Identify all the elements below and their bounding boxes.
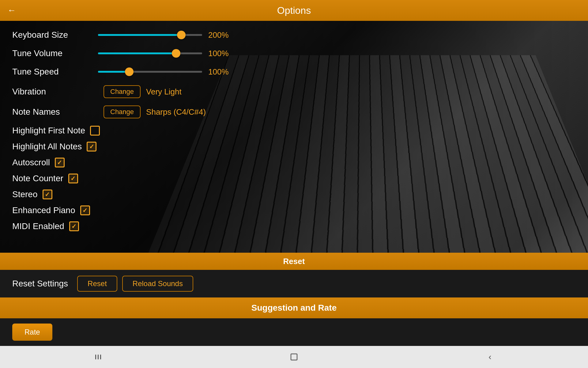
- tune-volume-label: Tune Volume: [12, 48, 98, 58]
- keyboard-size-slider-container: 200%: [98, 30, 251, 40]
- tune-speed-value: 100%: [208, 67, 233, 77]
- android-nav-bar: ‹: [0, 346, 588, 368]
- suggestion-section-header: Suggestion and Rate: [0, 297, 588, 318]
- keyboard-size-fill: [98, 34, 181, 36]
- tune-speed-thumb[interactable]: [125, 67, 134, 76]
- nav-menu-icon[interactable]: [89, 351, 107, 363]
- rate-button[interactable]: Rate: [12, 324, 52, 341]
- vibration-row: Vibration Change Very Light: [12, 85, 576, 98]
- reset-button[interactable]: Reset: [77, 276, 117, 292]
- checkbox-label-midi_enabled: MIDI Enabled: [12, 221, 64, 231]
- svg-rect-2: [100, 355, 101, 359]
- checkbox-note_counter[interactable]: [68, 174, 78, 183]
- bottom-action-row: Rate: [0, 318, 588, 346]
- tune-volume-thumb[interactable]: [172, 49, 180, 58]
- tune-volume-track[interactable]: [98, 52, 202, 54]
- checkbox-label-stereo: Stereo: [12, 190, 38, 199]
- reload-sounds-button[interactable]: Reload Sounds: [122, 276, 193, 292]
- svg-rect-0: [95, 355, 96, 359]
- checkbox-label-autoscroll: Autoscroll: [12, 158, 50, 167]
- checkbox-autoscroll[interactable]: [55, 158, 65, 167]
- checkbox-label-enhanced_piano: Enhanced Piano: [12, 205, 75, 215]
- tune-volume-value: 100%: [208, 49, 233, 58]
- note-names-value: Sharps (C4/C#4): [146, 107, 206, 117]
- checkbox-row-midi_enabled: MIDI Enabled: [12, 221, 576, 231]
- vibration-value: Very Light: [146, 87, 182, 97]
- svg-rect-1: [98, 355, 99, 359]
- checkbox-row-note_counter: Note Counter: [12, 174, 576, 183]
- checkbox-row-enhanced_piano: Enhanced Piano: [12, 205, 576, 215]
- checkbox-enhanced_piano[interactable]: [80, 205, 90, 215]
- svg-rect-3: [291, 354, 297, 360]
- reset-header-text: Reset: [283, 257, 305, 266]
- nav-back-icon[interactable]: ‹: [481, 351, 499, 363]
- back-button[interactable]: ←: [7, 6, 16, 15]
- tune-volume-fill: [98, 52, 176, 54]
- checkbox-label-note_counter: Note Counter: [12, 174, 63, 183]
- note-names-change-button[interactable]: Change: [104, 105, 141, 118]
- settings-area: Keyboard Size 200% Tune Volume 100%: [0, 21, 588, 253]
- tune-speed-row: Tune Speed 100%: [12, 67, 576, 77]
- checkboxes-container: Highlight First NoteHighlight All NotesA…: [12, 126, 576, 231]
- nav-home-icon[interactable]: [285, 351, 303, 363]
- tune-volume-slider-container: 100%: [98, 49, 251, 58]
- tune-volume-row: Tune Volume 100%: [12, 48, 576, 58]
- checkbox-highlight_all[interactable]: [87, 142, 96, 151]
- checkbox-label-highlight_first: Highlight First Note: [12, 126, 85, 136]
- reset-section-header: Reset: [0, 253, 588, 270]
- checkbox-highlight_first[interactable]: [90, 126, 100, 136]
- note-names-row: Note Names Change Sharps (C4/C#4): [12, 105, 576, 118]
- keyboard-size-track[interactable]: [98, 34, 202, 36]
- note-names-label: Note Names: [12, 107, 98, 117]
- checkbox-row-highlight_first: Highlight First Note: [12, 126, 576, 136]
- app-header: ← Options: [0, 0, 588, 21]
- keyboard-size-thumb[interactable]: [177, 31, 186, 39]
- checkbox-label-highlight_all: Highlight All Notes: [12, 142, 82, 151]
- page-title: Options: [277, 5, 311, 16]
- tune-speed-fill: [98, 71, 129, 73]
- checkbox-stereo[interactable]: [43, 190, 52, 199]
- checkbox-row-stereo: Stereo: [12, 190, 576, 199]
- vibration-change-button[interactable]: Change: [104, 85, 141, 98]
- keyboard-size-value: 200%: [208, 30, 233, 40]
- keyboard-size-label: Keyboard Size: [12, 30, 98, 40]
- tune-speed-label: Tune Speed: [12, 67, 98, 77]
- keyboard-size-row: Keyboard Size 200%: [12, 30, 576, 40]
- checkbox-row-autoscroll: Autoscroll: [12, 158, 576, 167]
- reset-settings-label: Reset Settings: [12, 279, 68, 289]
- reset-row: Reset Settings Reset Reload Sounds: [0, 270, 588, 297]
- vibration-label: Vibration: [12, 87, 98, 97]
- suggestion-header-text: Suggestion and Rate: [251, 303, 337, 313]
- tune-speed-track[interactable]: [98, 71, 202, 73]
- tune-speed-slider-container: 100%: [98, 67, 251, 77]
- checkbox-row-highlight_all: Highlight All Notes: [12, 142, 576, 151]
- checkbox-midi_enabled[interactable]: [69, 221, 79, 231]
